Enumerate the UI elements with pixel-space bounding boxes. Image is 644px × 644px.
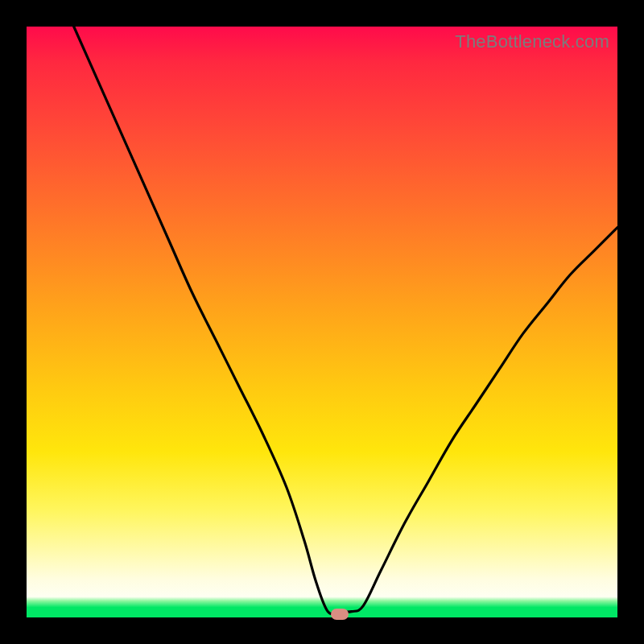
bottleneck-curve [27,27,617,617]
chart-frame: TheBottleneck.com [0,0,644,644]
min-marker [331,609,349,620]
plot-area: TheBottleneck.com [27,27,617,617]
